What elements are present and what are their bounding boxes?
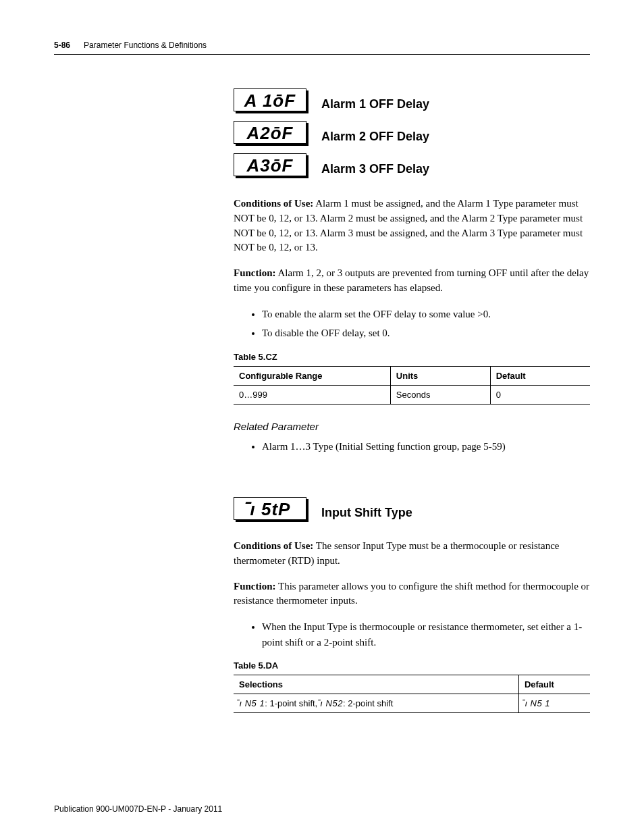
function-1: Function: Alarm 1, 2, or 3 outputs are p… bbox=[234, 266, 590, 296]
lcd-row: A2ōF Alarm 2 OFF Delay bbox=[234, 121, 590, 144]
th-range: Configurable Range bbox=[234, 366, 390, 385]
lcd-row: A 1ōF Alarm 1 OFF Delay bbox=[234, 88, 590, 111]
text: : 1-point shift, bbox=[265, 698, 320, 708]
td-default: 0 bbox=[490, 385, 590, 404]
td-selections: ̄ı N5 1: 1-point shift, ̄ı N52: 2-point … bbox=[234, 694, 518, 713]
function-label: Function: bbox=[234, 267, 276, 278]
code-default: ̄ı N5 1 bbox=[525, 698, 550, 708]
td-units: Seconds bbox=[390, 385, 490, 404]
text: : 2-point shift bbox=[343, 698, 393, 708]
lcd-label: Input Shift Type bbox=[321, 506, 412, 520]
th-default: Default bbox=[518, 675, 590, 694]
lcd-label: Alarm 2 OFF Delay bbox=[321, 130, 429, 144]
lcd-label: Alarm 1 OFF Delay bbox=[321, 97, 429, 111]
function-2: Function: This parameter allows you to c… bbox=[234, 579, 590, 609]
list-item: When the Input Type is thermocouple or r… bbox=[262, 619, 590, 650]
bullet-list-2: When the Input Type is thermocouple or r… bbox=[234, 619, 590, 650]
lcd-code-a3of: A3ōF bbox=[234, 153, 306, 176]
related-parameter-heading: Related Parameter bbox=[234, 421, 590, 432]
list-item: Alarm 1…3 Type (Initial Setting function… bbox=[262, 439, 590, 454]
page-header: 5-86 Parameter Functions & Definitions bbox=[54, 41, 590, 50]
lcd-row: A3ōF Alarm 3 OFF Delay bbox=[234, 153, 590, 176]
lcd-row: ̄ı 5tP Input Shift Type bbox=[234, 497, 590, 520]
th-units: Units bbox=[390, 366, 490, 385]
bullet-list-1: To enable the alarm set the OFF delay to… bbox=[234, 307, 590, 341]
conditions-label: Conditions of Use: bbox=[234, 198, 313, 209]
header-rule bbox=[54, 54, 590, 55]
td-range: 0…999 bbox=[234, 385, 390, 404]
table-caption-da: Table 5.DA bbox=[234, 660, 590, 671]
table-5da: Selections Default ̄ı N5 1: 1-point shif… bbox=[234, 675, 590, 713]
publication-footer: Publication 900-UM007D-EN-P - January 20… bbox=[54, 804, 222, 814]
td-default: ̄ı N5 1 bbox=[518, 694, 590, 713]
conditions-of-use-2: Conditions of Use: The sensor Input Type… bbox=[234, 539, 590, 569]
list-item: To enable the alarm set the OFF delay to… bbox=[262, 307, 590, 322]
function-text: Alarm 1, 2, or 3 outputs are prevented f… bbox=[234, 267, 589, 293]
table-5cz: Configurable Range Units Default 0…999 S… bbox=[234, 366, 590, 405]
code-ins2: ̄ı N52 bbox=[320, 698, 343, 708]
lcd-code-a2of: A2ōF bbox=[234, 121, 306, 144]
conditions-label: Conditions of Use: bbox=[234, 540, 313, 551]
related-list: Alarm 1…3 Type (Initial Setting function… bbox=[234, 439, 590, 454]
list-item: To disable the OFF delay, set 0. bbox=[262, 325, 590, 341]
lcd-code-istp: ̄ı 5tP bbox=[234, 497, 306, 520]
code-ins1: ̄ı N5 1 bbox=[239, 698, 265, 708]
table-caption-cz: Table 5.CZ bbox=[234, 352, 590, 362]
lcd-code-a1of: A 1ōF bbox=[234, 88, 306, 111]
conditions-of-use-1: Conditions of Use: Alarm 1 must be assig… bbox=[234, 197, 590, 255]
lcd-label: Alarm 3 OFF Delay bbox=[321, 162, 429, 176]
alarm-off-delay-headers: A 1ōF Alarm 1 OFF Delay A2ōF Alarm 2 O… bbox=[234, 88, 590, 176]
function-text: This parameter allows you to configure t… bbox=[234, 581, 589, 606]
function-label: Function: bbox=[234, 581, 276, 592]
section-title: Parameter Functions & Definitions bbox=[84, 41, 207, 50]
page-number: 5-86 bbox=[54, 41, 70, 50]
th-selections: Selections bbox=[234, 675, 518, 694]
th-default: Default bbox=[490, 366, 590, 385]
